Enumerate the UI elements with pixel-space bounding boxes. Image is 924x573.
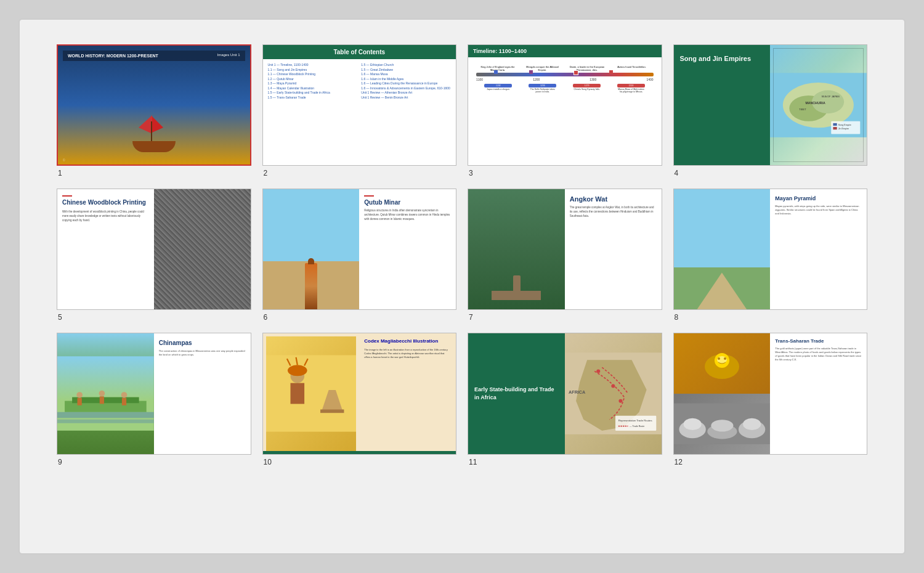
slide-5-left: Chinese Woodblock Printing With the deve… — [57, 189, 154, 309]
slide-10-wrapper: Codex Magliabecchi Illustration The imag… — [262, 333, 457, 466]
slide-11-number: 11 — [468, 458, 477, 466]
map-svg: MANCHURIA TIBET SEA OF JAPAN Song Empire… — [770, 45, 867, 165]
year-1200: 1200 — [533, 78, 540, 81]
angkor-scene — [468, 189, 565, 309]
slide-6-right: Qutub Minar Religious structures in Indi… — [359, 189, 456, 309]
toc-item-11: 1.6 — Mansa Musa — [361, 72, 451, 77]
slide-12[interactable]: Trans-Saharan Trade The gold artifacts (… — [673, 333, 868, 454]
timeline-body: King John of England signs the Magna Car… — [468, 57, 662, 98]
svg-point-36 — [618, 399, 622, 403]
slide-5-accent — [62, 195, 72, 197]
svg-text:SEA OF JAPAN: SEA OF JAPAN — [822, 95, 840, 98]
slide-9[interactable]: Chinampas The construction of chinampas … — [57, 333, 251, 454]
slide-5-text: With the development of woodblock printi… — [62, 210, 149, 222]
slide-9-right: Chinampas The construction of chinampas … — [154, 333, 251, 453]
slide-7-wrapper: Angkor Wat The great temple complex at A… — [468, 189, 662, 322]
slide-2[interactable]: Table of Contents Unit 1 — Timeline, 110… — [262, 44, 457, 166]
slide-9-number: 9 — [57, 458, 62, 466]
toc-col1: Unit 1 — Timeline, 1100-1400 1.1 — Song … — [268, 63, 358, 100]
slide-10-green-bar — [263, 451, 456, 454]
svg-rect-20 — [122, 398, 126, 405]
svg-point-17 — [99, 391, 105, 397]
slide-3-wrapper: Timeline: 1100–1400 King John of England… — [468, 44, 662, 177]
toc-item-10: 1.5 — Great Zimbabwe — [361, 68, 451, 73]
slide-4[interactable]: Song and Jin Empires MANCHURIA TIBET — [673, 44, 868, 166]
svg-rect-25 — [290, 383, 304, 404]
slide-12-images — [674, 333, 771, 453]
slide-6-wrapper: Qutub Minar Religious structures in Indi… — [262, 189, 457, 322]
slide-1-footer: © — [63, 158, 65, 162]
svg-point-15 — [76, 392, 83, 399]
slide-8-wrapper: Mayan Pyramid Mayan pyramids, with steps… — [673, 189, 868, 322]
event-japan: 1192 Japan installs a shogun. — [484, 84, 512, 93]
slide-6-number: 6 — [262, 313, 268, 322]
africa-svg: AFRICA Representative Trade Routes — Tra… — [565, 333, 662, 453]
svg-text:Song Empire: Song Empire — [838, 124, 851, 126]
svg-text:Representative Trade Routes: Representative Trade Routes — [618, 420, 652, 423]
event-mansa: 1324 Mansa Musa of Mali makes his pilgri… — [617, 84, 645, 93]
angkor-spire-icon — [513, 275, 521, 291]
slides-grid: WORLD HISTORY: MODERN 1200-PRESENT Image… — [57, 44, 867, 466]
slide-5-title: Chinese Woodblock Printing — [62, 199, 149, 206]
slide-5[interactable]: Chinese Woodblock Printing With the deve… — [57, 189, 251, 310]
svg-rect-23 — [266, 356, 357, 432]
slide-6-title: Qutub Minar — [364, 199, 451, 206]
svg-rect-27 — [320, 410, 344, 413]
toc-header: Table of Contents — [263, 45, 456, 59]
toc-item-9: 1.5 — Ethiopian Church — [361, 63, 451, 68]
codex-svg — [266, 336, 357, 450]
svg-rect-38 — [615, 416, 656, 431]
qutub-top-icon — [308, 258, 314, 264]
svg-rect-8 — [833, 123, 837, 126]
chinampas-svg — [57, 333, 154, 453]
slide-4-left: Song and Jin Empires — [674, 45, 771, 165]
slide-9-text: The construction of chinampas in Mesoame… — [159, 349, 246, 357]
slide-11-left: Early State-building and Trade in Africa — [468, 333, 565, 453]
slide-4-number: 4 — [673, 169, 679, 177]
svg-point-53 — [743, 418, 761, 430]
slide-11[interactable]: Early State-building and Trade in Africa — [468, 333, 662, 454]
svg-text:MANCHURIA: MANCHURIA — [806, 101, 825, 105]
svg-text:— Trade Route: — Trade Route — [630, 425, 644, 428]
africa-map-image: AFRICA Representative Trade Routes — Tra… — [565, 333, 662, 453]
slide-4-map: MANCHURIA TIBET SEA OF JAPAN Song Empire… — [770, 45, 867, 165]
pyramid-scene — [674, 189, 771, 309]
slide-11-map: AFRICA Representative Trade Routes — Tra… — [565, 333, 662, 453]
slide-6-accent — [364, 195, 374, 197]
slide-12-title: Trans-Saharan Trade — [775, 338, 862, 344]
slide-7[interactable]: Angkor Wat The great temple complex at A… — [468, 189, 662, 310]
slide-8-text: Mayan pyramids, with steps going up the … — [775, 205, 862, 216]
slide-10-title: Codex Magliabecchi Illustration — [364, 338, 451, 344]
sail-left-icon — [139, 115, 152, 134]
toc-item-5: 1.3 — Maya Pyramid — [268, 81, 358, 86]
toc-item-8: 1.5 — Trans-Saharan Trade — [268, 96, 358, 100]
slide-8-right: Mayan Pyramid Mayan pyramids, with steps… — [770, 189, 867, 309]
mayan-pyramid-icon — [694, 272, 750, 309]
slide-6-text: Religious structures in India often demo… — [364, 209, 451, 221]
slide-12-text: The gold artifacts (upper) were part of … — [775, 347, 862, 362]
svg-point-28 — [287, 365, 307, 376]
svg-rect-18 — [100, 397, 104, 404]
slide-8-title: Mayan Pyramid — [775, 195, 862, 201]
year-1400: 1400 — [646, 78, 653, 81]
slide-9-wrapper: Chinampas The construction of chinampas … — [57, 333, 251, 466]
slide-8-number: 8 — [673, 313, 679, 322]
svg-point-51 — [711, 420, 733, 431]
slide-2-number: 2 — [262, 169, 268, 177]
slide-10-number: 10 — [262, 458, 272, 466]
toc-item-13: 1.6 — Leading Cities During the Renaissa… — [361, 81, 451, 86]
slide-11-title: Early State-building and Trade in Africa — [474, 386, 559, 401]
slide-10[interactable]: Codex Magliabecchi Illustration The imag… — [262, 333, 457, 454]
angkor-base-icon — [492, 291, 541, 300]
slide-3[interactable]: Timeline: 1100–1400 King John of England… — [468, 44, 662, 166]
slide-10-image — [263, 333, 360, 453]
svg-point-35 — [611, 384, 615, 388]
timeline-header: Timeline: 1100–1400 — [468, 45, 662, 57]
svg-point-19 — [121, 392, 128, 399]
chinampas-scene — [57, 333, 154, 453]
slide-8[interactable]: Mayan Pyramid Mayan pyramids, with steps… — [673, 189, 868, 310]
svg-text:AFRICA: AFRICA — [569, 389, 586, 395]
slide-6[interactable]: Qutub Minar Religious structures in Indi… — [262, 189, 457, 310]
slide-1[interactable]: WORLD HISTORY: MODERN 1200-PRESENT Image… — [57, 44, 251, 166]
svg-rect-21 — [57, 412, 154, 418]
